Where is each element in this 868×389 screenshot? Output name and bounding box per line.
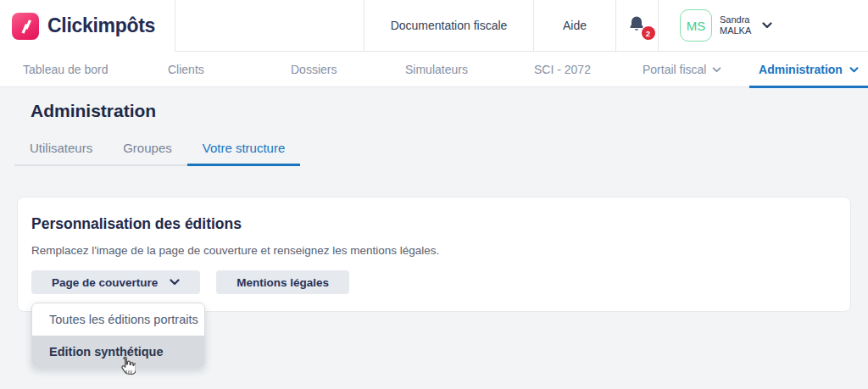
notification-badge: 2 xyxy=(642,26,655,40)
tab-utilisateurs[interactable]: Utilisateurs xyxy=(14,141,108,166)
main-nav: Tableau de bord Clients Dossiers Simulat… xyxy=(0,52,868,87)
card-buttons-row: Page de couverture Mentions légales xyxy=(31,270,837,294)
brand-name: Clickimpôts xyxy=(47,14,155,37)
aide-link[interactable]: Aide xyxy=(533,0,615,52)
nav-clients[interactable]: Clients xyxy=(168,52,204,87)
page-title: Administration xyxy=(31,101,156,121)
page-de-couverture-button[interactable]: Page de couverture xyxy=(31,270,200,294)
chevron-down-icon xyxy=(712,67,721,73)
notifications-button[interactable]: 2 xyxy=(615,0,658,52)
nav-administration[interactable]: Administration xyxy=(749,52,868,87)
app-window: Clickimpôts Documentation fiscale Aide 2… xyxy=(0,0,868,389)
nav-dossiers[interactable]: Dossiers xyxy=(291,52,337,87)
card-description: Remplacez l'image de la page de couvertu… xyxy=(31,244,837,257)
tab-votre-structure[interactable]: Votre structure xyxy=(187,141,301,166)
chevron-down-icon xyxy=(170,279,180,286)
documentation-fiscale-link[interactable]: Documentation fiscale xyxy=(364,0,533,52)
mentions-legales-button[interactable]: Mentions légales xyxy=(216,270,349,294)
nav-tableau-de-bord[interactable]: Tableau de bord xyxy=(23,52,108,87)
brand[interactable]: Clickimpôts xyxy=(0,0,175,52)
nav-sci-2072[interactable]: SCI - 2072 xyxy=(534,52,591,87)
personnalisation-card: Personnalisation des éditions Remplacez … xyxy=(17,197,851,312)
tab-bar: Utilisateurs Groupes Votre structure xyxy=(14,141,300,166)
topbar-spacer xyxy=(175,0,364,52)
couverture-dropdown-menu: Toutes les éditions portraits Edition sy… xyxy=(31,303,205,369)
menu-item-edition-synthetique-paysage[interactable]: Edition synthétique paysage xyxy=(32,336,204,368)
menu-item-toutes-editions-portraits[interactable]: Toutes les éditions portraits xyxy=(32,303,204,336)
chevron-down-icon xyxy=(849,67,859,73)
avatar: MS xyxy=(680,9,712,42)
tab-groupes[interactable]: Groupes xyxy=(108,141,187,166)
card-title: Personnalisation des éditions xyxy=(31,215,837,233)
active-nav-underline xyxy=(749,86,868,88)
topbar: Clickimpôts Documentation fiscale Aide 2… xyxy=(0,0,868,52)
brand-logo-icon xyxy=(12,13,39,40)
chevron-down-icon xyxy=(762,22,772,29)
nav-simulateurs[interactable]: Simulateurs xyxy=(405,52,468,87)
user-menu[interactable]: MS Sandra MALKA xyxy=(658,0,868,52)
user-name: Sandra MALKA xyxy=(720,14,751,36)
nav-portail-fiscal[interactable]: Portail fiscal xyxy=(643,52,721,87)
